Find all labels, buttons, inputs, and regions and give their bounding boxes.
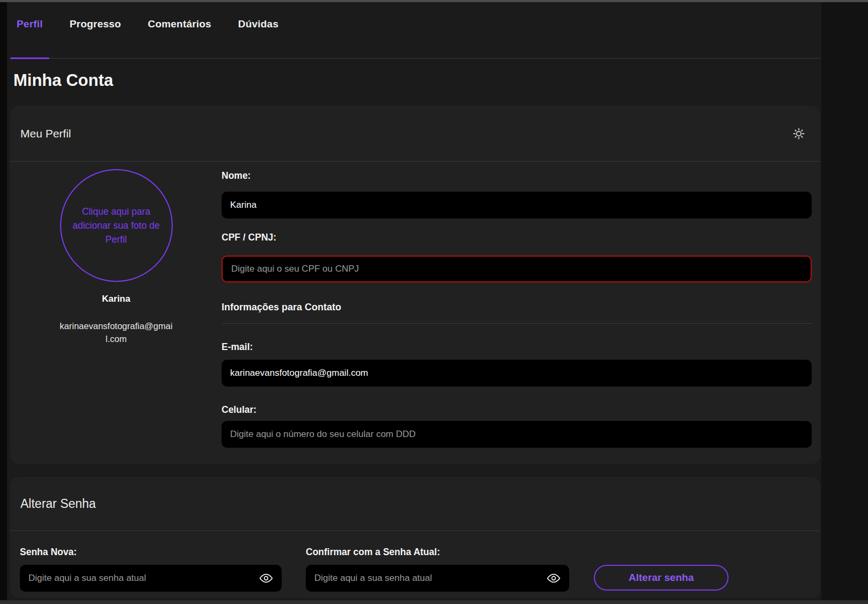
profile-card: Meu Perfil Clique aqui para adici [10, 106, 820, 464]
new-password-label: Senha Nova: [20, 547, 77, 557]
avatar-upload-label: Clique aqui para adicionar sua foto de P… [71, 205, 162, 246]
tab-perfil[interactable]: Perfil [17, 18, 43, 30]
new-password-group: Senha Nova: [20, 547, 282, 592]
new-password-input[interactable] [20, 565, 282, 592]
content-area: Perfil Progresso Comentários Dúvidas Min… [7, 2, 821, 600]
nome-input[interactable] [222, 192, 812, 219]
avatar-email: karinaevansfotografia@gmail.com [60, 319, 173, 345]
email-input[interactable] [222, 360, 812, 387]
confirm-password-group: Confirmar com a Senha Atual: [306, 547, 569, 592]
cpf-label: CPF / CPNJ: [222, 232, 812, 243]
eye-icon[interactable] [547, 571, 561, 585]
password-card: Alterar Senha Senha Nova: Confirmar com … [10, 477, 820, 598]
tab-bar-divider [10, 58, 821, 59]
window-bottom-edge [0, 600, 868, 604]
window-left-edge [0, 2, 7, 604]
profile-card-title: Meu Perfil [20, 127, 71, 140]
eye-icon[interactable] [259, 571, 273, 585]
profile-form: Nome: CPF / CPNJ: Informações para Conta… [222, 162, 812, 448]
profile-card-header: Meu Perfil [10, 106, 820, 162]
tab-comentarios[interactable]: Comentários [148, 18, 211, 30]
change-password-button[interactable]: Alterar senha [594, 565, 729, 591]
nome-label: Nome: [222, 170, 812, 181]
sun-icon[interactable] [792, 127, 805, 140]
contact-section-divider [222, 323, 812, 324]
avatar-name: Karina [102, 294, 130, 304]
celular-input[interactable] [222, 421, 812, 448]
confirm-password-input[interactable] [306, 565, 569, 592]
password-card-title: Alterar Senha [20, 497, 96, 511]
celular-label: Celular: [222, 404, 812, 415]
tab-progresso[interactable]: Progresso [70, 18, 121, 30]
tab-duvidas[interactable]: Dúvidas [238, 18, 278, 30]
active-tab-indicator [10, 57, 49, 59]
avatar-upload[interactable]: Clique aqui para adicionar sua foto de P… [60, 169, 173, 282]
confirm-password-label: Confirmar com a Senha Atual: [306, 547, 440, 557]
email-label: E-mail: [222, 341, 812, 352]
contact-section-title: Informações para Contato [222, 302, 812, 312]
page-title: Minha Conta [13, 71, 113, 90]
tab-bar: Perfil Progresso Comentários Dúvidas [17, 18, 278, 30]
avatar-column: Clique aqui para adicionar sua foto de P… [10, 162, 222, 345]
password-card-header: Alterar Senha [10, 477, 820, 531]
cpf-input[interactable] [222, 256, 812, 282]
